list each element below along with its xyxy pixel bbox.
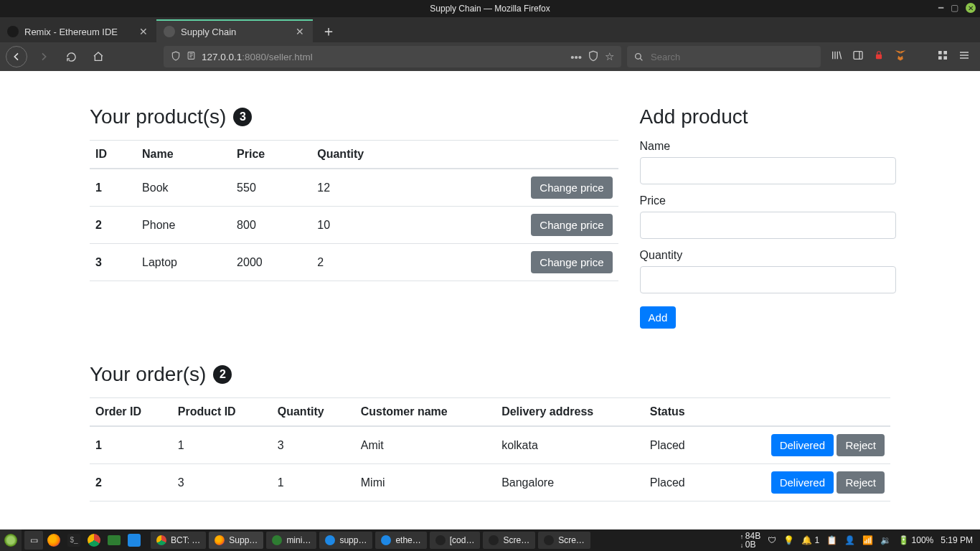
window-maximize-icon[interactable]: ▢ [951,3,958,13]
library-icon[interactable] [831,50,842,64]
tray-shield-icon[interactable]: 🛡 [768,535,776,545]
page-viewport[interactable]: Your product(s) 3 ID Name Price Quantity… [0,71,980,529]
nav-home-button[interactable] [88,46,109,67]
extensions-icon[interactable] [937,50,948,64]
delivered-button[interactable]: Delivered [771,471,834,494]
quantity-input[interactable] [640,266,896,293]
reject-button[interactable]: Reject [837,434,885,456]
taskbar-task[interactable]: Supp… [209,532,263,549]
change-price-button[interactable]: Change price [531,176,612,199]
firefox-launcher-icon[interactable] [44,531,63,550]
url-bar[interactable]: 127.0.0.1:8080/seller.html ••• ☆ [164,46,621,67]
tray-clock[interactable]: 5:19 PM [941,535,973,545]
cell-name: Book [136,169,231,207]
taskbar-task[interactable]: ethe… [375,532,426,549]
cell-customer: Mimi [355,464,496,501]
tracking-shield-icon[interactable] [171,51,181,63]
tab-close-icon[interactable]: ✕ [136,26,151,37]
taskbar-task[interactable]: Scre… [538,532,590,549]
bookmark-star-icon[interactable]: ☆ [605,50,614,63]
task-app-icon [435,535,446,545]
change-price-button[interactable]: Change price [531,214,612,236]
cell-order-id: 2 [90,464,172,501]
table-row: 231MimiBangalorePlacedDelivered Reject [90,464,890,501]
cell-customer: Amit [355,426,496,464]
taskbar-task[interactable]: Scre… [483,532,535,549]
os-titlebar: Supply Chain — Mozilla Firefox ━ ▢ ✕ [0,0,980,17]
task-app-icon [215,535,225,545]
start-menu-button[interactable] [0,529,22,551]
browser-toolbar: 127.0.0.1:8080/seller.html ••• ☆ [0,42,980,71]
reject-button[interactable]: Reject [837,471,885,494]
task-label: [cod… [450,535,475,545]
os-taskbar: ▭ $_ BCT: …Supp…mini…supp…ethe…[cod…Scre… [0,529,980,551]
table-row: 3Laptop20002Change price [90,244,618,281]
cell-qty: 2 [311,244,429,281]
nav-forward-button[interactable] [33,46,55,67]
new-tab-button[interactable]: ＋ [313,19,344,42]
tab-close-icon[interactable]: ✕ [293,26,307,37]
search-input[interactable] [649,51,814,63]
nav-back-button[interactable] [6,46,27,67]
orders-section: Your order(s) 2 Order ID Product ID Quan… [90,363,890,501]
taskbar-task[interactable]: mini… [266,532,316,549]
products-heading: Your product(s) 3 [90,105,618,128]
nav-reload-button[interactable] [60,46,82,67]
taskbar-task[interactable]: BCT: … [151,532,206,549]
task-label: BCT: … [171,535,200,545]
terminal-launcher-icon[interactable]: $_ [65,531,83,550]
taskbar-task[interactable]: supp… [319,532,372,549]
name-input[interactable] [640,157,896,184]
tray-wifi-icon[interactable]: 📶 [862,535,873,545]
remix-favicon-icon [7,26,19,37]
network-speed-indicator[interactable]: ↑ 84B↓ 0B [740,532,760,549]
task-label: Supp… [229,535,258,545]
svg-rect-6 [938,56,942,60]
app-menu-icon[interactable] [958,50,970,64]
url-text: 127.0.0.1:8080/seller.html [202,52,565,62]
price-input[interactable] [640,212,896,239]
window-minimize-icon[interactable]: ━ [938,3,943,13]
tab-supply-chain[interactable]: Supply Chain ✕ [156,19,313,42]
tray-battery-icon[interactable]: 🔋 100% [898,535,933,545]
window-title: Supply Chain — Mozilla Firefox [430,4,550,14]
tray-clipboard-icon[interactable]: 📋 [826,535,837,545]
task-app-icon [544,535,554,545]
extension-lock-icon[interactable] [874,50,884,63]
task-app-icon [381,535,391,545]
task-app-icon [325,535,335,545]
mint-logo-icon [4,534,17,547]
sidebar-icon[interactable] [852,50,864,64]
show-desktop-icon[interactable]: ▭ [24,531,43,550]
cell-price: 800 [231,207,311,244]
vscode-launcher-icon[interactable] [125,531,143,550]
add-button[interactable]: Add [640,306,677,329]
files-launcher-icon[interactable] [105,531,123,550]
tray-bulb-icon[interactable]: 💡 [783,535,794,545]
site-identity-icon[interactable] [187,51,196,62]
table-row: 2Phone80010Change price [90,207,618,244]
extension-metamask-icon[interactable] [894,49,907,65]
quantity-label: Quantity [640,249,896,262]
change-price-button[interactable]: Change price [531,251,612,273]
svg-rect-3 [876,55,882,59]
page-actions-icon[interactable]: ••• [570,51,582,63]
cell-address: kolkata [496,426,644,464]
products-table: ID Name Price Quantity 1Book55012Change … [90,140,618,281]
chrome-launcher-icon[interactable] [85,531,103,550]
tab-remix[interactable]: Remix - Ethereum IDE ✕ [0,19,156,42]
tray-sound-icon[interactable]: 🔉 [880,535,891,545]
col-id: ID [90,141,136,169]
orders-heading: Your order(s) 2 [90,363,890,386]
tray-user-icon[interactable]: 👤 [844,535,855,545]
cell-product-id: 3 [172,464,272,501]
tray-bell-icon[interactable]: 🔔 1 [801,535,819,545]
delivered-button[interactable]: Delivered [771,434,834,456]
taskbar-task[interactable]: [cod… [430,532,481,549]
svg-rect-5 [943,51,947,55]
task-label: ethe… [395,535,420,545]
window-close-icon[interactable]: ✕ [966,3,976,13]
page-favicon-icon [164,26,175,37]
reader-mode-icon[interactable] [588,50,599,64]
search-bar[interactable] [627,46,821,67]
